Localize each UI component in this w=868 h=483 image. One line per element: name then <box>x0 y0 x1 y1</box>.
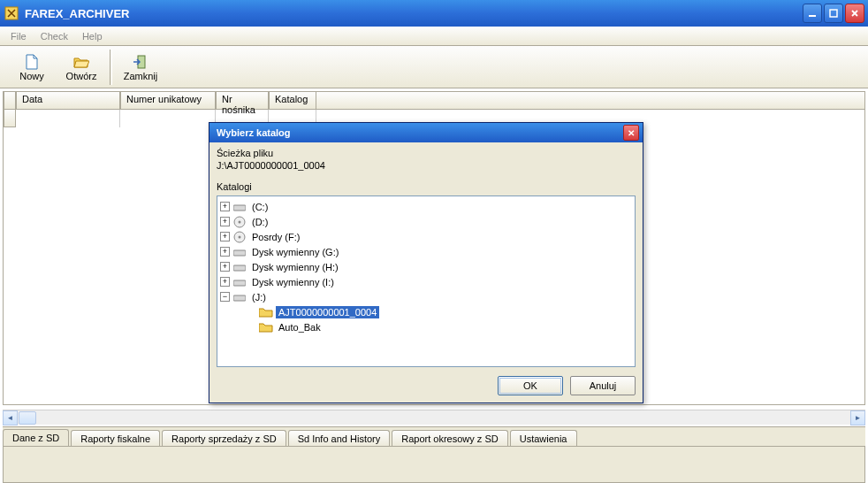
svg-rect-1 <box>809 15 816 17</box>
tab-sd-info[interactable]: Sd Info and History <box>288 430 391 447</box>
expand-icon[interactable]: + <box>220 277 230 287</box>
cd-drive-icon <box>232 216 247 228</box>
toolbar: Nowy Otwórz Zamknij <box>0 46 868 88</box>
tab-sales-reports[interactable]: Raporty sprzedaży z SD <box>162 430 286 447</box>
collapse-icon[interactable]: − <box>220 292 230 302</box>
column-date[interactable]: Data <box>16 92 120 110</box>
svg-rect-2 <box>830 10 837 17</box>
drive-icon <box>232 201 247 213</box>
menu-file[interactable]: File <box>4 29 34 43</box>
dialog-close-button[interactable]: ✕ <box>623 125 639 141</box>
column-catalog[interactable]: Katalog <box>269 92 316 110</box>
tab-sd-data[interactable]: Dane z SD <box>3 429 69 447</box>
expand-icon[interactable]: + <box>220 262 230 272</box>
drive-icon <box>232 291 247 303</box>
drive-icon <box>232 261 247 273</box>
tree-node-g[interactable]: + Dysk wymienny (G:) <box>220 244 632 259</box>
catalogs-label: Katalogi <box>217 181 636 192</box>
scroll-thumb[interactable] <box>19 411 36 425</box>
new-button[interactable]: Nowy <box>7 49 57 86</box>
cd-drive-icon <box>232 231 247 243</box>
close-label: Zamknij <box>124 71 158 81</box>
svg-point-6 <box>239 220 241 223</box>
tree-node-i[interactable]: + Dysk wymienny (I:) <box>220 274 632 289</box>
tree-node-j[interactable]: − (J:) <box>220 289 632 304</box>
path-value <box>217 160 636 171</box>
open-folder-icon <box>72 53 90 71</box>
new-label: Nowy <box>19 71 44 81</box>
expand-icon[interactable]: + <box>220 202 230 211</box>
open-label: Otwórz <box>66 71 97 81</box>
table-row-selector[interactable] <box>4 92 16 110</box>
app-icon <box>4 5 19 21</box>
cancel-button[interactable]: Anuluj <box>570 376 636 395</box>
folder-tree[interactable]: + (C:) + (D:) + Posrdy (F:) + Dysk wymie… <box>217 196 636 367</box>
column-media-number[interactable]: Nr nośnika <box>216 92 269 110</box>
window-titlebar: FAREX_ARCHIVER <box>0 0 868 27</box>
expand-icon[interactable]: + <box>220 217 230 226</box>
tree-node-selected-folder[interactable]: AJT0000000001_0004 <box>220 304 632 319</box>
toolbar-separator <box>110 50 112 85</box>
path-label: Ścieżka pliku <box>217 148 636 158</box>
tree-node-h[interactable]: + Dysk wymienny (H:) <box>220 259 632 274</box>
window-title: FAREX_ARCHIVER <box>25 7 803 20</box>
column-unique-number[interactable]: Numer unikatowy <box>120 92 216 110</box>
open-button[interactable]: Otwórz <box>57 49 106 86</box>
tab-fiscal-reports[interactable]: Raporty fiskalne <box>71 430 160 447</box>
open-folder-icon <box>259 306 273 318</box>
horizontal-scrollbar[interactable]: ◄ ► <box>3 410 865 425</box>
tree-node-c[interactable]: + (C:) <box>220 199 632 214</box>
new-file-icon <box>23 53 41 71</box>
choose-folder-dialog: Wybierz katalog ✕ Ścieżka pliku Katalogi… <box>209 122 643 403</box>
menu-check[interactable]: Check <box>34 29 75 43</box>
maximize-button[interactable] <box>824 4 843 23</box>
table-row-indicator <box>4 110 16 127</box>
menubar: File Check Help <box>0 27 868 46</box>
scroll-left-button[interactable]: ◄ <box>3 410 18 426</box>
expand-icon[interactable]: + <box>220 232 230 242</box>
svg-rect-12 <box>233 295 246 301</box>
svg-point-8 <box>239 235 241 238</box>
tab-periodic-report[interactable]: Raport okresowy z SD <box>392 430 507 447</box>
close-button[interactable] <box>845 4 864 23</box>
tree-node-autobak[interactable]: Auto_Bak <box>220 319 632 334</box>
minimize-button[interactable] <box>803 4 822 23</box>
close-door-icon <box>132 53 149 71</box>
menu-help[interactable]: Help <box>75 29 110 43</box>
ok-button[interactable]: OK <box>498 376 563 395</box>
dialog-title: Wybierz katalog <box>213 127 623 138</box>
close-document-button[interactable]: Zamknij <box>116 49 165 86</box>
tab-settings[interactable]: Ustawienia <box>510 430 577 447</box>
bottom-panel <box>3 446 865 483</box>
svg-rect-4 <box>233 205 246 211</box>
drive-icon <box>232 246 247 258</box>
svg-rect-9 <box>233 250 246 256</box>
tree-node-d[interactable]: + (D:) <box>220 214 632 229</box>
folder-icon <box>259 321 273 334</box>
svg-rect-11 <box>233 280 246 286</box>
expand-icon[interactable]: + <box>220 247 230 257</box>
tree-node-f[interactable]: + Posrdy (F:) <box>220 229 632 244</box>
bottom-tabs: Dane z SD Raporty fiskalne Raporty sprze… <box>3 426 865 446</box>
svg-rect-10 <box>233 265 246 271</box>
scroll-right-button[interactable]: ► <box>850 410 865 426</box>
drive-icon <box>232 276 247 288</box>
dialog-titlebar: Wybierz katalog ✕ <box>209 123 643 142</box>
